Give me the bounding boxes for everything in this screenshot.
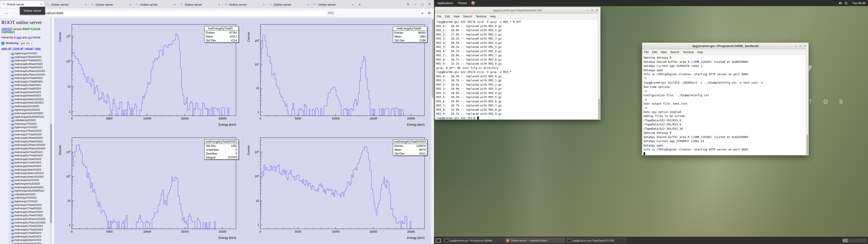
menu-view[interactable]: View — [452, 15, 461, 18]
tab-close-icon[interactable]: × — [40, 3, 42, 6]
grid-layout-select[interactable]: grid 2x2 ▾ — [20, 41, 33, 45]
tree-item[interactable]: lowEnergyXYTotalDSSD2 — [0, 133, 53, 136]
tab-close-icon[interactable]: × — [84, 3, 87, 6]
tree-item[interactable]: lowEnergyExXRate1sDSSD1 — [0, 69, 53, 73]
tab-close-icon[interactable]: × — [307, 3, 310, 6]
clock[interactable]: Tue 06:48 — [849, 1, 868, 5]
tree-item[interactable]: lowEnergyEyYRate1sDSSD1 — [0, 73, 53, 77]
tree-item[interactable]: lowEnergyExXTotalDSSD3 — [0, 224, 53, 228]
terminal-titlebar[interactable]: npg@carme-gsi:/TapeData/G22-201 — ◻ ✕ — [435, 7, 600, 13]
tree-item[interactable]: lowEnergyExXRateDSSD1 — [0, 62, 53, 66]
stats-box[interactable]: lowEnergyEyTotalDSSD2Std Dev1281Underflo… — [204, 140, 239, 159]
stats-box[interactable]: lowEnergyEyTotalDSSD3Entries216974Mean66… — [393, 140, 427, 156]
menu-help[interactable]: Help — [488, 15, 498, 18]
terminal-scrollbar[interactable] — [806, 43, 809, 155]
applications-menu[interactable]: Applications — [435, 1, 456, 5]
menu-search[interactable]: Search — [461, 15, 474, 18]
tab-close-icon[interactable]: × — [129, 3, 131, 6]
tree-item[interactable]: highEnergyExEyDSSDPair3 — [0, 189, 53, 193]
menu-view[interactable]: View — [659, 51, 669, 54]
maximize-button[interactable]: ◻ — [591, 8, 594, 12]
tree-item[interactable]: lowEnergyExEyPairDSSD2 — [0, 112, 53, 115]
terminal-output[interactable]: Opening dataspy 0dataSpy Shared buffer a… — [642, 55, 809, 155]
workspace-1[interactable] — [842, 239, 848, 242]
url-bar[interactable]: localhost:8085 50% — [30, 10, 338, 16]
browser-tab[interactable]: Online server× — [44, 1, 89, 8]
terminal-scrollbar-thumb[interactable] — [598, 99, 600, 119]
tree-item[interactable]: lowEnergyEyYRateDSSD1 — [0, 66, 53, 69]
tree-item[interactable]: lowEnergyEyYRate1sDSSD2 — [0, 147, 53, 150]
menu-terminal[interactable]: Terminal — [474, 15, 488, 18]
overflow-menu-icon[interactable]: » — [421, 11, 423, 15]
new-tab-button[interactable]: + — [356, 2, 364, 8]
sidebar-scrollbar[interactable] — [50, 18, 52, 244]
tree-item[interactable]: lowEnergyEyYTotalDSSD2 — [0, 154, 53, 157]
tree-item[interactable]: lowEnergyEyTotalDSSD1 — [0, 83, 53, 87]
browser-tab[interactable]: Online server× — [133, 1, 178, 8]
tree-action-clear[interactable]: clear — [35, 47, 41, 50]
show-desktop-icon[interactable] — [436, 239, 441, 243]
close-button[interactable]: × — [428, 2, 431, 6]
histogram-pad[interactable]: 05000100001500020000110102103Energy [keV… — [242, 131, 431, 244]
histogram-pad[interactable]: 05000100001500020000110102103Energy [keV… — [54, 18, 242, 130]
app-menu-icon[interactable]: ≡ — [428, 11, 430, 16]
tree-item[interactable]: lowEnergyEyRateDSSD2 — [0, 164, 53, 168]
tree-item[interactable]: lowEnergyEyRateDSSD1 — [0, 91, 53, 94]
monitoring-checkbox[interactable]: ✓ — [1, 42, 4, 45]
terminal-titlebar[interactable]: npg@carme-gsi:~/Programs/CARME_Sort/buil… — [642, 43, 809, 49]
jsroot-link[interactable]: JSROOT — [1, 28, 12, 31]
zoom-level-badge[interactable]: 50% — [327, 11, 335, 15]
tree-item[interactable]: highEnergyXYDSSD3 — [0, 200, 53, 203]
tree-item[interactable]: lowEnergyExXTotalDSSD1 — [0, 77, 53, 80]
terminal-scrollbar-thumb[interactable] — [807, 134, 808, 155]
tree-item[interactable]: highEnergyExEyDSSDPair2 — [0, 115, 53, 119]
tree-item[interactable]: lowEnergyEyTotalDSSD3 — [0, 231, 53, 235]
tree-item[interactable]: lowEnergyExXRate1sDSSD3 — [0, 217, 53, 221]
taskbar-button[interactable]: npg@carme-gsi:/TapeData/G22-201 — [566, 238, 627, 243]
page-scrollbar[interactable] — [431, 18, 434, 244]
workspace-2[interactable] — [848, 239, 854, 242]
minimize-button[interactable]: − — [414, 2, 416, 6]
histogram-pad[interactable]: 05000100001500020000110102103Energy [keV… — [242, 18, 431, 130]
menu-file[interactable]: File — [435, 15, 443, 18]
tree-item[interactable]: highEnergyXYDSSD2 — [0, 126, 53, 129]
tree-item[interactable]: lowEnergyExTotalDSSD2 — [0, 161, 53, 164]
tree-item[interactable]: lowEnergyEyYRate1sDSSD3 — [0, 221, 53, 224]
tree-item[interactable]: lowEnergyEyYTotalDSSD1 — [0, 80, 53, 84]
tab-close-icon[interactable]: × — [174, 3, 176, 6]
browser-tab[interactable]: Online server× — [312, 1, 356, 8]
browser-tab[interactable]: Online server× — [89, 1, 133, 8]
tree-item[interactable]: lowEnergyXYDSSD3 — [0, 196, 53, 200]
url-text[interactable]: localhost:8085 — [43, 11, 63, 15]
browser-tab[interactable]: Online server× — [178, 1, 223, 8]
tree-item[interactable]: lowEnergyExRateDSSD2 — [0, 168, 53, 172]
tree-item[interactable]: lowEnergyEyYRateDSSD2 — [0, 140, 53, 144]
maximize-button[interactable]: ◻ — [800, 44, 802, 48]
tree-item[interactable]: lowEnergyXYRateDSSD1 — [0, 55, 53, 59]
browser-tab[interactable]: Online server× — [267, 1, 312, 8]
minimize-button[interactable]: — — [586, 8, 589, 12]
menu-file[interactable]: File — [642, 51, 650, 54]
tab-close-icon[interactable]: × — [262, 3, 265, 6]
forward-icon[interactable]: → — [13, 11, 17, 16]
json-link[interactable]: json — [17, 36, 22, 39]
tab-close-icon[interactable]: × — [218, 3, 221, 6]
tree-item[interactable]: xyMultiplicityDSSD3 — [0, 193, 53, 196]
xml-link[interactable]: xml — [28, 36, 32, 39]
tree-item[interactable]: highEnergyExEyDSSD2 — [0, 108, 53, 112]
tree-item[interactable]: lowEnergyExTotalDSSD1 — [0, 87, 53, 91]
menu-edit[interactable]: Edit — [443, 15, 452, 18]
tree-action-close-all[interactable]: close all — [13, 47, 23, 50]
close-button[interactable]: ✕ — [596, 8, 598, 12]
places-menu[interactable]: Places — [456, 1, 469, 5]
tree-item[interactable]: lowEnergyXYRateDSSD3 — [0, 203, 53, 207]
tree-item[interactable]: lowEnergyExTotalDSSD3 — [0, 235, 53, 239]
maximize-button[interactable]: □ — [421, 2, 423, 6]
terminal-output[interactable]: [npg@carme-gsi G22-201]$ nice -9 gzip -v… — [435, 20, 600, 120]
taskbar-button[interactable]: Online server — Mozilla Firefox — [504, 238, 565, 243]
tree-item[interactable]: lowEnergyExRate1sDSSD1 — [0, 101, 53, 104]
histogram-pad[interactable]: 05000100001500020000110102103Energy [keV… — [54, 131, 242, 244]
workspace-3[interactable] — [855, 239, 860, 242]
tree-item[interactable]: lowEnergyXYTotalDSSD1 — [0, 59, 53, 62]
tree-item[interactable]: lowEnergyExRateDSSD1 — [0, 94, 53, 98]
